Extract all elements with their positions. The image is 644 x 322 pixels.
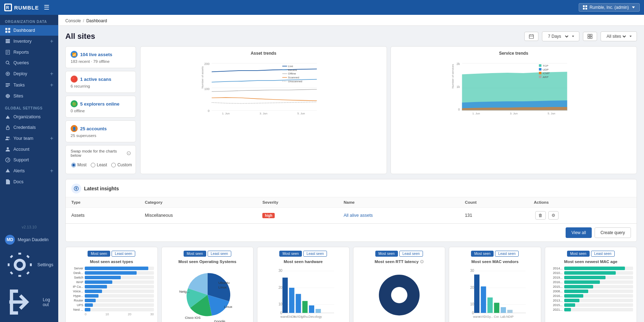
rtt-most-btn[interactable]: Most seen bbox=[375, 251, 398, 257]
svg-text:NDIP: NDIP bbox=[506, 315, 514, 318]
swap-custom-option[interactable]: Custom bbox=[111, 162, 132, 167]
hw-most-btn[interactable]: Most seen bbox=[279, 251, 302, 257]
os-least-btn[interactable]: Least seen bbox=[208, 251, 231, 257]
delete-action-btn[interactable]: 🗑 bbox=[535, 211, 546, 220]
sidebar-label-credentials: Credentials bbox=[13, 125, 53, 130]
svg-text:UDP: UDP bbox=[543, 68, 549, 71]
mac-age-least-btn[interactable]: Least seen bbox=[591, 251, 615, 257]
stat-icon-accounts: 👤 bbox=[71, 125, 78, 132]
asset-types-least-btn[interactable]: Least seen bbox=[112, 251, 135, 257]
sidebar-item-credentials[interactable]: Credentials bbox=[0, 122, 58, 133]
settings-action-btn[interactable]: ⚙ bbox=[548, 211, 559, 220]
sidebar-item-account[interactable]: Account bbox=[0, 144, 58, 155]
user-profile[interactable]: MD Megan Daudelin bbox=[0, 232, 58, 248]
svg-text:Linux: Linux bbox=[224, 305, 232, 309]
sidebar-item-alerts[interactable]: Alerts + bbox=[0, 165, 58, 177]
col-category: Category bbox=[139, 197, 257, 208]
service-trends-title: Service trends bbox=[395, 51, 633, 56]
col-name: Name bbox=[338, 197, 459, 208]
menu-icon[interactable]: ☰ bbox=[44, 4, 49, 11]
active-scans-link[interactable]: 1 active scans bbox=[80, 77, 111, 82]
sidebar-label-support: Support bbox=[13, 157, 53, 162]
sidebar-item-reports[interactable]: Reports bbox=[0, 47, 58, 58]
calendar-icon-btn[interactable] bbox=[524, 32, 538, 41]
sidebar-item-dashboard[interactable]: Dashboard bbox=[0, 25, 58, 36]
os-toggle: Most seen Least seen bbox=[165, 251, 250, 257]
time-range-selector[interactable]: 7 Days 30 Days 90 Days bbox=[542, 31, 579, 41]
hw-least-btn[interactable]: Least seen bbox=[303, 251, 327, 257]
svg-text:5. Jun: 5. Jun bbox=[548, 112, 555, 115]
mac-least-btn[interactable]: Least seen bbox=[495, 251, 519, 257]
sidebar-item-docs[interactable]: Docs bbox=[0, 177, 58, 187]
live-assets-link[interactable]: 104 live assets bbox=[80, 52, 112, 57]
asset-types-most-btn[interactable]: Most seen bbox=[88, 251, 110, 257]
sidebar-item-settings[interactable]: Settings bbox=[0, 248, 58, 282]
asset-trends-chart: Asset trends 200 100 0 Number of assets bbox=[140, 46, 387, 174]
deploy-plus-icon[interactable]: + bbox=[50, 71, 53, 77]
create-query-button[interactable]: Create query bbox=[595, 227, 631, 238]
svg-rect-64 bbox=[539, 68, 541, 71]
accounts-link[interactable]: 25 accounts bbox=[80, 126, 107, 131]
alerts-plus-icon[interactable]: + bbox=[50, 168, 53, 174]
svg-text:Unscanned: Unscanned bbox=[288, 80, 302, 83]
insight-name-link[interactable]: All alive assets bbox=[344, 213, 373, 218]
insights-table: Type Category Severity Name Count Action… bbox=[66, 197, 637, 223]
sidebar-item-logout[interactable]: Log out bbox=[0, 282, 58, 322]
svg-text:Number of assets: Number of assets bbox=[201, 66, 204, 89]
svg-text:Live: Live bbox=[288, 65, 293, 68]
svg-point-10 bbox=[6, 61, 9, 64]
insights-header: Latest insights bbox=[66, 179, 637, 197]
svg-text:1. Jun: 1. Jun bbox=[472, 112, 480, 115]
svg-rect-111 bbox=[481, 286, 486, 313]
svg-text:Sy...: Sy... bbox=[487, 315, 493, 318]
inventory-plus-icon[interactable]: + bbox=[50, 38, 53, 44]
os-most-btn[interactable]: Most seen bbox=[184, 251, 206, 257]
stat-sub-scans: 6 recurring bbox=[71, 84, 131, 88]
sidebar-item-deploy[interactable]: Deploy + bbox=[0, 68, 58, 79]
breadcrumb-console[interactable]: Console bbox=[65, 18, 81, 23]
sidebar-label-tasks: Tasks bbox=[13, 83, 47, 88]
chart-mac-age: Most seen Least seen Most seen newest MA… bbox=[545, 247, 637, 322]
svg-text:Linux: Linux bbox=[218, 285, 227, 289]
svg-rect-87 bbox=[289, 288, 294, 313]
breadcrumb-current: Dashboard bbox=[86, 18, 107, 23]
org-selector[interactable]: Rumble, Inc. (admin) bbox=[579, 3, 640, 12]
sidebar-item-tasks[interactable]: Tasks + bbox=[0, 79, 58, 91]
yourteam-plus-icon[interactable]: + bbox=[50, 135, 53, 142]
rtt-least-btn[interactable]: Least seen bbox=[399, 251, 423, 257]
svg-rect-110 bbox=[474, 275, 479, 313]
sidebar-item-support[interactable]: Support bbox=[0, 155, 58, 165]
sidebar-item-sites[interactable]: Sites bbox=[0, 91, 58, 101]
mac-age-most-btn[interactable]: Most seen bbox=[567, 251, 590, 257]
sidebar-item-organizations[interactable]: Organizations bbox=[0, 112, 58, 122]
swap-least-option[interactable]: Least bbox=[91, 162, 107, 167]
svg-rect-115 bbox=[507, 310, 513, 313]
svg-rect-20 bbox=[7, 172, 8, 172]
mac-most-btn[interactable]: Most seen bbox=[471, 251, 494, 257]
sidebar-label-dashboard: Dashboard bbox=[13, 28, 53, 33]
user-avatar: MD bbox=[5, 235, 15, 245]
site-select[interactable]: All sites bbox=[605, 34, 627, 39]
hw-svg: 30 20 10 0 bbox=[261, 267, 346, 320]
row-category: Miscellaneous bbox=[139, 208, 257, 223]
sidebar-label-deploy: Deploy bbox=[13, 71, 47, 76]
layout-icon-btn[interactable] bbox=[583, 32, 597, 41]
sidebar-item-yourteam[interactable]: Your team + bbox=[0, 133, 58, 144]
table-row: Assets Miscellaneous high All alive asse… bbox=[66, 208, 637, 223]
svg-text:3. Jun: 3. Jun bbox=[260, 112, 267, 115]
svg-text:R: R bbox=[6, 5, 10, 10]
svg-text:TCP: TCP bbox=[543, 64, 548, 67]
site-selector[interactable]: All sites bbox=[601, 31, 637, 41]
sidebar-item-queries[interactable]: Queries bbox=[0, 58, 58, 68]
swap-most-option[interactable]: Most bbox=[71, 162, 87, 167]
svg-rect-3 bbox=[585, 5, 587, 7]
explorers-link[interactable]: 5 explorers online bbox=[80, 101, 119, 107]
svg-text:1. Jun: 1. Jun bbox=[222, 112, 230, 115]
sidebar-item-inventory[interactable]: Inventory + bbox=[0, 36, 58, 47]
svg-text:10: 10 bbox=[470, 302, 475, 306]
time-range-select[interactable]: 7 Days 30 Days 90 Days bbox=[547, 34, 570, 39]
view-all-button[interactable]: View all bbox=[566, 227, 591, 238]
tasks-plus-icon[interactable]: + bbox=[50, 82, 53, 88]
sidebar-label-account: Account bbox=[13, 147, 53, 152]
chart-operating-systems: Most seen Least seen Most seen Operating… bbox=[161, 247, 254, 322]
